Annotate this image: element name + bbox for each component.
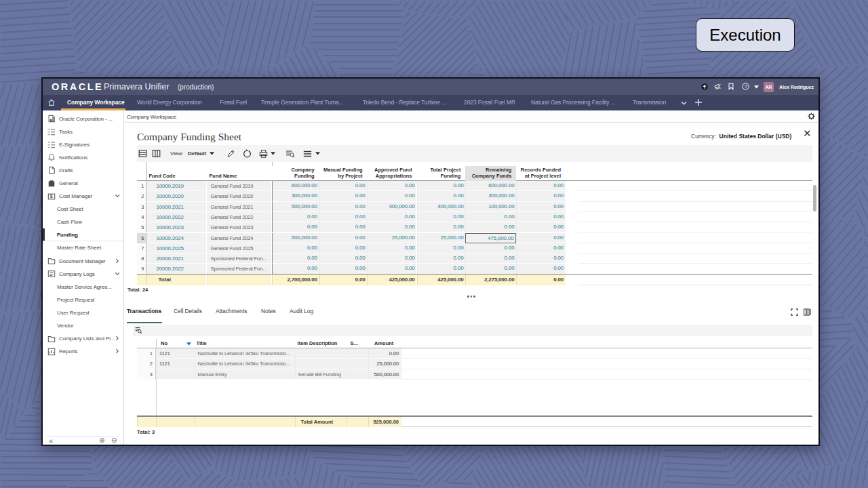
- svg-text:?: ?: [744, 83, 747, 89]
- svg-text:$: $: [50, 194, 53, 199]
